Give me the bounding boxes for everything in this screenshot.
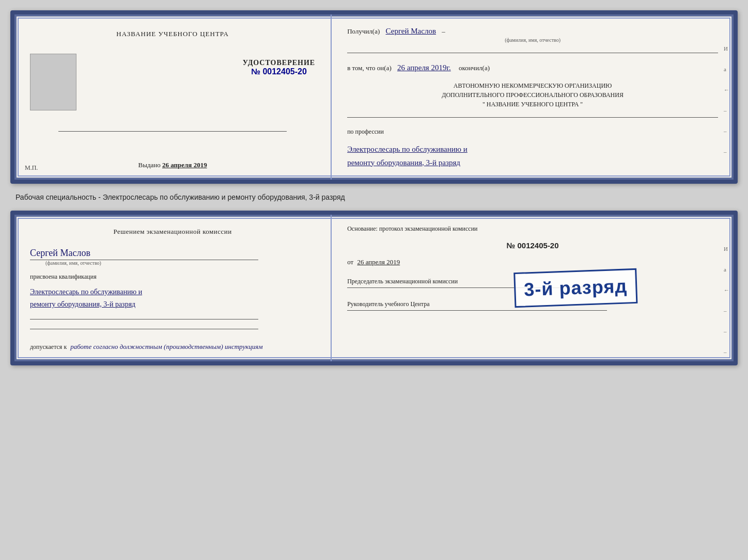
vtom-prefix: в том, что он(а) — [347, 64, 392, 72]
org-block: АВТОНОМНУЮ НЕКОММЕРЧЕСКУЮ ОРГАНИЗАЦИЮ ДО… — [347, 81, 718, 109]
ot-date: 26 апреля 2019 — [357, 258, 400, 266]
vtom-row: в том, что он(а) 26 апреля 2019г. окончи… — [347, 61, 718, 74]
prisvoena-label: присвоена квалификация — [30, 273, 315, 281]
vydano-label: Выдано — [138, 161, 161, 169]
qualification-block: Электрослесарь по обслуживанию и ремонту… — [30, 286, 315, 311]
profession-line2: ремонту оборудования, 3-й разряд — [347, 156, 718, 170]
udost-label: УДОСТОВЕРЕНИЕ — [243, 59, 315, 67]
vydano-date: 26 апреля 2019 — [162, 161, 207, 169]
name-block-bottom: Сергей Маслов (фамилия, имя, отчество) — [30, 245, 315, 266]
between-label: Рабочая специальность - Электрослесарь п… — [10, 193, 738, 201]
udost-block: УДОСТОВЕРЕНИЕ № 0012405-20 — [243, 59, 315, 76]
vtom-date: 26 апреля 2019г. — [397, 63, 451, 72]
udost-number: № 0012405-20 — [243, 67, 315, 76]
org-line2: ДОПОЛНИТЕЛЬНОГО ПРОФЕССИОНАЛЬНОГО ОБРАЗО… — [347, 90, 718, 100]
stamp-text: 3-й разряд — [524, 275, 628, 300]
certificate-card-top: НАЗВАНИЕ УЧЕБНОГО ЦЕНТРА УДОСТОВЕРЕНИЕ №… — [10, 10, 738, 184]
fio-label-top: (фамилия, имя, отчество) — [347, 36, 718, 44]
cert-top-right: Получил(а) Сергей Маслов – (фамилия, имя… — [332, 14, 734, 180]
stamp: 3-й разряд — [513, 268, 637, 308]
mp-label: М.П. — [25, 164, 38, 172]
cert-bottom-right: Основание: протокол экзаменационной коми… — [332, 215, 734, 361]
page-wrapper: НАЗВАНИЕ УЧЕБНОГО ЦЕНТРА УДОСТОВЕРЕНИЕ №… — [10, 10, 738, 365]
name-handwritten: Сергей Маслов — [30, 248, 315, 259]
dash1: – — [442, 27, 445, 35]
separator1 — [347, 53, 718, 53]
qual-line1: Электрослесарь по обслуживанию и — [30, 286, 315, 298]
poluchil-row: Получил(а) Сергей Маслов – (фамилия, имя… — [347, 25, 718, 44]
certificate-card-bottom: Решением экзаменационной комиссии Сергей… — [10, 211, 738, 365]
dopusk-block: допускается к работе согласно должностны… — [30, 343, 315, 351]
vydano-block: Выдано 26 апреля 2019 — [138, 161, 207, 169]
protocol-number: № 0012405-20 — [347, 241, 718, 250]
okончил: окончил(а) — [459, 64, 490, 72]
profession-block: Электрослесарь по обслуживанию и ремонту… — [347, 143, 718, 169]
org-line3: " НАЗВАНИЕ УЧЕБНОГО ЦЕНТРА " — [347, 100, 718, 109]
margin-notes-top: И а ← – – – — [724, 45, 729, 155]
ot-block: от 26 апреля 2019 — [347, 258, 718, 266]
org-line1: АВТОНОМНУЮ НЕКОММЕРЧЕСКУЮ ОРГАНИЗАЦИЮ — [347, 81, 718, 90]
dopusk-text: работе согласно должностным (производств… — [70, 343, 262, 350]
osnov-label: Основание: протокол экзаменационной коми… — [347, 225, 718, 233]
cert-bottom-left: Решением экзаменационной комиссии Сергей… — [14, 215, 332, 361]
dopusk-label: допускается к — [30, 343, 67, 350]
center-title-top: НАЗВАНИЕ УЧЕБНОГО ЦЕНТРА — [116, 30, 228, 38]
ot-label: от — [347, 258, 353, 266]
margin-notes-bottom: И а ← – – – — [724, 246, 729, 355]
po-professii-label: по профессии — [347, 128, 718, 136]
poluchil-name: Сергей Маслов — [386, 27, 436, 35]
decision-title: Решением экзаменационной комиссии — [30, 228, 315, 236]
poluchil-prefix: Получил(а) — [347, 27, 380, 35]
fio-label-bottom: (фамилия, имя, отчество) — [45, 260, 315, 266]
qual-line2: ремонту оборудования, 3-й разряд — [30, 298, 315, 311]
profession-line1: Электрослесарь по обслуживанию и — [347, 143, 718, 156]
rukovoditel-signature — [347, 310, 606, 311]
separator2 — [347, 117, 718, 118]
photo-placeholder — [30, 54, 76, 110]
cert-top-left: НАЗВАНИЕ УЧЕБНОГО ЦЕНТРА УДОСТОВЕРЕНИЕ №… — [14, 14, 332, 180]
